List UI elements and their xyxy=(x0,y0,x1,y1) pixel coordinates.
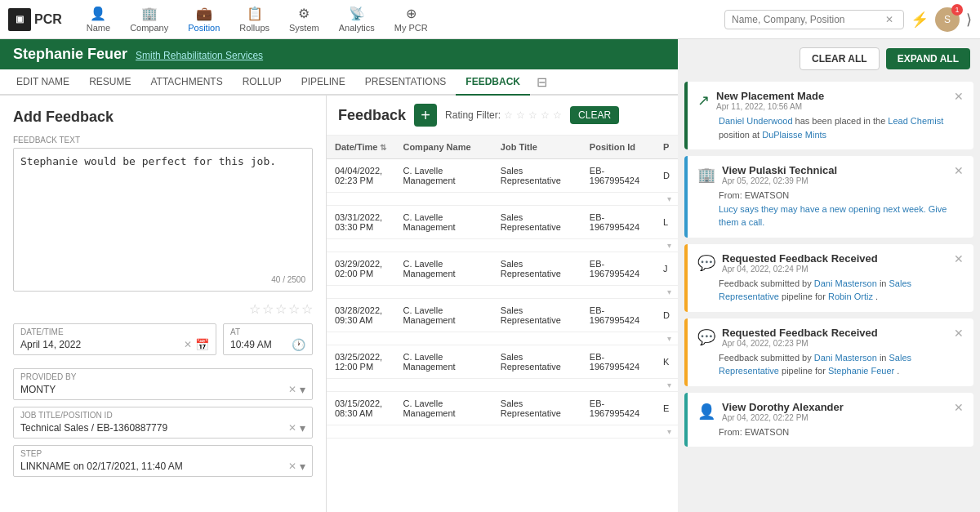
feedback-1-in: in xyxy=(880,278,889,288)
daniel-underwood-link[interactable]: Daniel Underwood xyxy=(719,116,793,126)
job-title-dropdown-icon[interactable]: ▾ xyxy=(300,421,305,434)
col-job-title[interactable]: Job Title xyxy=(492,136,581,159)
dani-masterson-link-1[interactable]: Dani Masterson xyxy=(814,278,877,288)
step-field[interactable]: STEP LINKNAME on 02/17/2021, 11:40 AM ✕ … xyxy=(13,445,313,477)
lead-chemist-link[interactable]: Lead Chemist xyxy=(888,116,943,126)
notif-dorothy: 👤 View Dorothy Alexander Apr 04, 2022, 0… xyxy=(684,393,973,447)
provided-by-value: MONTY xyxy=(20,384,285,395)
rating-star-5[interactable]: ☆ xyxy=(553,109,562,121)
cell-job-title: Sales Representative xyxy=(492,252,581,286)
scroll-controls-icon[interactable]: ⟩ xyxy=(966,11,972,29)
cell-company: C. Lavelle Management xyxy=(394,345,492,379)
expand-all-button[interactable]: EXPAND ALL xyxy=(886,48,970,69)
table-row[interactable]: 03/28/2022, 09:30 AM C. Lavelle Manageme… xyxy=(327,299,678,332)
nav-item-rollups[interactable]: 📋 Rollups xyxy=(231,2,278,36)
row-expand-icon[interactable]: ▾ xyxy=(327,334,678,343)
pulaski-body-link[interactable]: Lucy says they may have a new opening ne… xyxy=(719,204,947,228)
step-dropdown-icon[interactable]: ▾ xyxy=(300,460,305,473)
table-row[interactable]: 03/15/2022, 08:30 AM C. Lavelle Manageme… xyxy=(327,392,678,425)
star-4[interactable]: ☆ xyxy=(288,301,300,317)
search-bar[interactable]: ✕ xyxy=(724,10,904,29)
col-position-id[interactable]: Position Id xyxy=(581,136,655,159)
row-expand-icon[interactable]: ▾ xyxy=(327,194,678,203)
dani-masterson-link-2[interactable]: Dani Masterson xyxy=(814,353,877,363)
stephanie-feuer-link[interactable]: Stephanie Feuer xyxy=(828,366,894,376)
nav-label-company: Company xyxy=(130,23,168,33)
provided-by-clear-icon[interactable]: ✕ xyxy=(288,384,296,395)
clear-feedback-button[interactable]: CLEAR xyxy=(570,106,619,124)
col-date-sort-icon[interactable]: ⇅ xyxy=(380,143,386,152)
notif-feedback-2-title: Requested Feedback Received xyxy=(722,327,947,339)
clock-icon[interactable]: 🕐 xyxy=(292,338,305,351)
duplaisse-mints-link[interactable]: DuPlaisse Mints xyxy=(762,130,826,140)
provided-by-dropdown-icon[interactable]: ▾ xyxy=(300,383,305,396)
nav-item-name[interactable]: 👤 Name xyxy=(78,2,118,36)
rating-star-1[interactable]: ☆ xyxy=(504,109,513,121)
cell-p: E xyxy=(655,392,678,425)
col-company[interactable]: Company Name xyxy=(394,136,492,159)
table-row[interactable]: 03/29/2022, 02:00 PM C. Lavelle Manageme… xyxy=(327,252,678,286)
notif-pulaski-close[interactable]: ✕ xyxy=(954,164,964,177)
feedback-1-text: Feedback submitted by xyxy=(719,278,812,288)
nav-item-analytics[interactable]: 📡 Analytics xyxy=(331,2,383,36)
search-clear-icon[interactable]: ✕ xyxy=(885,14,893,25)
nav-item-system[interactable]: ⚙ System xyxy=(281,2,327,36)
tab-pipeline[interactable]: PIPELINE xyxy=(292,69,355,96)
date-clear-icon[interactable]: ✕ xyxy=(184,339,192,350)
table-row[interactable]: 04/04/2022, 02:23 PM C. Lavelle Manageme… xyxy=(327,159,678,193)
nav-item-company[interactable]: 🏢 Company xyxy=(122,2,176,36)
notif-dorothy-close[interactable]: ✕ xyxy=(954,401,964,414)
search-input[interactable] xyxy=(732,14,885,25)
date-label: DATE/TIME xyxy=(20,327,209,336)
job-title-clear-icon[interactable]: ✕ xyxy=(288,422,296,434)
job-title-field[interactable]: JOB TITLE/POSITION ID Technical Sales / … xyxy=(13,407,313,439)
rating-star-4[interactable]: ☆ xyxy=(541,109,550,121)
star-rating[interactable]: ☆ ☆ ☆ ☆ ☆ xyxy=(13,301,313,317)
step-value: LINKNAME on 02/17/2021, 11:40 AM xyxy=(20,461,285,472)
tab-rollup[interactable]: ROLLUP xyxy=(233,69,292,96)
provided-by-field[interactable]: PROVIDED BY MONTY ✕ ▾ xyxy=(13,368,313,400)
cell-p: J xyxy=(655,252,678,286)
row-expand-icon[interactable]: ▾ xyxy=(327,287,678,296)
time-label: AT xyxy=(230,327,305,336)
tab-feedback[interactable]: FEEDBACK xyxy=(456,69,530,96)
nav-item-mypcr[interactable]: ⊕ My PCR xyxy=(386,2,436,36)
feedback-2-period: . xyxy=(897,366,899,376)
notif-new-placement-close[interactable]: ✕ xyxy=(954,90,964,103)
table-row[interactable]: 03/31/2022, 03:30 PM C. Lavelle Manageme… xyxy=(327,206,678,239)
row-expand-icon[interactable]: ▾ xyxy=(327,381,678,390)
tab-presentations[interactable]: PRESENTATIONS xyxy=(355,69,457,96)
date-field[interactable]: DATE/TIME April 14, 2022 ✕ 📅 xyxy=(13,323,216,355)
notif-feedback-1-close[interactable]: ✕ xyxy=(954,252,964,265)
nav-label-name: Name xyxy=(87,23,110,33)
add-feedback-button[interactable]: + xyxy=(414,104,437,127)
user-avatar[interactable]: S 1 xyxy=(935,7,960,32)
tab-resume[interactable]: RESUME xyxy=(79,69,140,96)
row-expand-icon[interactable]: ▾ xyxy=(327,427,678,436)
app-logo[interactable]: ▣ PCR xyxy=(8,8,62,31)
row-expand-icon[interactable]: ▾ xyxy=(327,241,678,250)
filter-icon[interactable]: ⊟ xyxy=(537,74,547,90)
robin-ortiz-link[interactable]: Robin Ortiz xyxy=(828,292,873,301)
star-1[interactable]: ☆ xyxy=(249,301,261,317)
star-5[interactable]: ☆ xyxy=(301,301,313,317)
feedback-textarea[interactable]: Stephanie would be perfect for this job. xyxy=(20,155,305,269)
tab-attachments[interactable]: ATTACHMENTS xyxy=(140,69,232,96)
nav-item-position[interactable]: 💼 Position xyxy=(180,2,228,36)
step-clear-icon[interactable]: ✕ xyxy=(288,461,296,472)
notif-feedback-2-close[interactable]: ✕ xyxy=(954,327,964,340)
calendar-icon[interactable]: 📅 xyxy=(195,338,209,351)
rating-star-2[interactable]: ☆ xyxy=(516,109,525,121)
table-row[interactable]: 03/25/2022, 12:00 PM C. Lavelle Manageme… xyxy=(327,345,678,379)
placement-icon: ↗ xyxy=(697,91,710,109)
person-company-link[interactable]: Smith Rehabilitation Services xyxy=(136,50,263,61)
tab-edit-name[interactable]: EDIT NAME xyxy=(7,69,79,96)
rating-star-3[interactable]: ☆ xyxy=(528,109,537,121)
time-field[interactable]: AT 10:49 AM 🕐 xyxy=(223,323,313,355)
star-3[interactable]: ☆ xyxy=(275,301,287,317)
col-p[interactable]: P xyxy=(655,136,678,159)
clear-all-button[interactable]: CLEAR ALL xyxy=(800,47,880,70)
col-date[interactable]: Date/Time ⇅ xyxy=(327,136,394,159)
lightning-icon[interactable]: ⚡ xyxy=(911,11,929,29)
star-2[interactable]: ☆ xyxy=(262,301,274,317)
